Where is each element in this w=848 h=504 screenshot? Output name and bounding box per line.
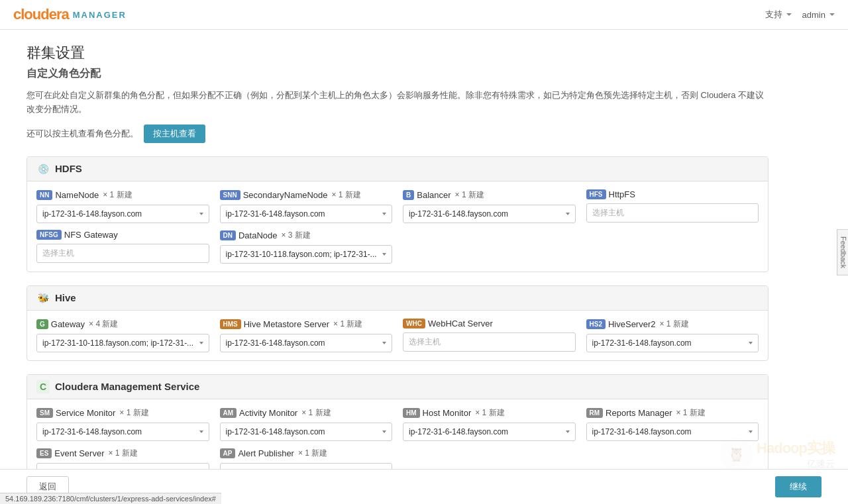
service-monitor-host-value: ip-172-31-6-148.fayson.com — [42, 427, 197, 436]
hive-gateway-host-select[interactable]: ip-172-31-10-118.fayson.com; ip-172-31-.… — [36, 334, 209, 352]
activity-monitor-header: AM Activity Monitor × 1 新建 — [220, 407, 393, 419]
host-monitor-count: × 1 新建 — [475, 407, 504, 419]
hive-section: 🐝 Hive G Gateway × 4 新建 ip-172-31-10-118… — [26, 285, 768, 361]
hive-role-grid: G Gateway × 4 新建 ip-172-31-10-118.fayson… — [36, 319, 759, 352]
host-view-row: 还可以按主机查看角色分配。 按主机查看 — [26, 125, 768, 143]
reports-manager-label: Reports Manager — [606, 408, 672, 418]
host-monitor-label: Host Monitor — [423, 408, 472, 418]
httpfs-badge: HFS — [586, 189, 606, 199]
namenode-header: NN NameNode × 1 新建 — [36, 189, 209, 201]
hive-metastore-role: HMS Hive Metastore Server × 1 新建 ip-172-… — [220, 319, 393, 352]
activity-monitor-dropdown-icon — [382, 430, 386, 433]
datanode-host-value: ip-172-31-10-118.fayson.com; ip-172-31-.… — [226, 250, 380, 259]
event-server-badge: ES — [36, 448, 52, 458]
hiveserver2-dropdown-icon — [749, 342, 753, 344]
host-view-text: 还可以按主机查看角色分配。 — [26, 128, 138, 140]
support-menu[interactable]: 支持 — [765, 9, 792, 21]
reports-manager-host-select[interactable]: ip-172-31-6-148.fayson.com — [586, 423, 759, 441]
reports-manager-badge: RM — [586, 408, 604, 418]
host-monitor-header: HM Host Monitor × 1 新建 — [403, 407, 576, 419]
balancer-label: Balancer — [417, 190, 450, 200]
alert-publisher-header: AP Alert Publisher × 1 新建 — [220, 448, 393, 459]
namenode-label: NameNode — [55, 190, 99, 200]
service-monitor-host-select[interactable]: ip-172-31-6-148.fayson.com — [36, 423, 209, 441]
webhcat-host-select[interactable]: 选择主机 — [403, 332, 576, 352]
nfs-gateway-placeholder: 选择主机 — [42, 248, 203, 259]
activity-monitor-host-select[interactable]: ip-172-31-6-148.fayson.com — [220, 423, 393, 441]
host-view-button[interactable]: 按主机查看 — [144, 125, 205, 143]
header-nav: 支持 admin — [765, 9, 835, 21]
hive-metastore-header: HMS Hive Metastore Server × 1 新建 — [220, 319, 393, 330]
activity-monitor-count: × 1 新建 — [301, 407, 331, 419]
webhcat-badge: WHC — [403, 319, 425, 328]
namenode-dropdown-icon — [199, 213, 203, 215]
hive-metastore-dropdown-icon — [382, 342, 386, 344]
datanode-host-select[interactable]: ip-172-31-10-118.fayson.com; ip-172-31-.… — [220, 245, 393, 264]
webhcat-placeholder: 选择主机 — [409, 336, 570, 348]
datanode-count: × 3 新建 — [282, 230, 311, 241]
httpfs-host-select[interactable]: 选择主机 — [586, 203, 759, 223]
cms-icon: C — [36, 380, 50, 393]
secondary-namenode-badge: SNN — [220, 190, 240, 200]
hive-metastore-host-select[interactable]: ip-172-31-6-148.fayson.com — [220, 334, 393, 352]
cms-section-header: C Cloudera Management Service — [27, 375, 768, 399]
hiveserver2-host-select[interactable]: ip-172-31-6-148.fayson.com — [586, 334, 759, 352]
secondary-namenode-role: SNN SecondaryNameNode × 1 新建 ip-172-31-6… — [220, 189, 393, 223]
nfs-gateway-label: NFS Gateway — [64, 230, 118, 240]
hive-gateway-dropdown-icon — [199, 342, 203, 344]
webhcat-header: WHC WebHCat Server — [403, 319, 576, 328]
hdfs-section-body: NN NameNode × 1 新建 ip-172-31-6-148.fayso… — [27, 181, 768, 272]
hive-gateway-label: Gateway — [51, 319, 85, 329]
secondary-namenode-host-select[interactable]: ip-172-31-6-148.fayson.com — [220, 205, 393, 223]
admin-menu[interactable]: admin — [802, 10, 835, 20]
reports-manager-dropdown-icon — [749, 430, 753, 433]
namenode-host-value: ip-172-31-6-148.fayson.com — [42, 209, 197, 219]
balancer-dropdown-icon — [566, 213, 570, 215]
hdfs-role-grid: NN NameNode × 1 新建 ip-172-31-6-148.fayso… — [36, 189, 759, 264]
hive-metastore-count: × 1 新建 — [333, 319, 362, 330]
hive-gateway-header: G Gateway × 4 新建 — [36, 319, 209, 330]
secondary-namenode-label: SecondaryNameNode — [243, 190, 328, 200]
secondary-namenode-host-value: ip-172-31-6-148.fayson.com — [226, 209, 380, 219]
hdfs-section-header: 💿 HDFS — [27, 157, 768, 181]
event-server-header: ES Event Server × 1 新建 — [36, 448, 209, 459]
description-text: 您可在此处自定义新群集的角色分配，但如果分配不正确（例如，分配到某个主机上的角色… — [26, 89, 768, 117]
header: cloudera MANAGER 支持 admin — [0, 0, 848, 30]
activity-monitor-host-value: ip-172-31-6-148.fayson.com — [226, 427, 380, 436]
host-monitor-host-select[interactable]: ip-172-31-6-148.fayson.com — [403, 423, 576, 441]
hdfs-title: HDFS — [55, 163, 82, 174]
namenode-host-select[interactable]: ip-172-31-6-148.fayson.com — [36, 205, 209, 223]
url-bar: 54.169.189.236:7180/cmf/clusters/1/expre… — [0, 493, 221, 504]
service-monitor-label: Service Monitor — [56, 408, 115, 418]
activity-monitor-label: Activity Monitor — [239, 408, 297, 418]
balancer-role: B Balancer × 1 新建 ip-172-31-6-148.fayson… — [403, 189, 576, 223]
httpfs-role: HFS HttpFS 选择主机 — [586, 189, 759, 223]
secondary-namenode-header: SNN SecondaryNameNode × 1 新建 — [220, 189, 393, 201]
logo-cloudera-text: cloudera — [13, 6, 69, 23]
continue-button[interactable]: 继续 — [775, 476, 822, 497]
reports-manager-role: RM Reports Manager × 1 新建 ip-172-31-6-14… — [586, 407, 759, 441]
service-monitor-dropdown-icon — [199, 430, 203, 433]
httpfs-placeholder: 选择主机 — [592, 207, 753, 219]
hive-metastore-host-value: ip-172-31-6-148.fayson.com — [226, 338, 380, 348]
namenode-count: × 1 新建 — [103, 189, 132, 201]
hive-gateway-badge: G — [36, 319, 48, 329]
nfs-gateway-host-select[interactable]: 选择主机 — [36, 244, 209, 263]
hive-icon: 🐝 — [36, 291, 50, 305]
balancer-badge: B — [403, 190, 414, 200]
hive-section-header: 🐝 Hive — [27, 286, 768, 311]
cms-title: Cloudera Management Service — [55, 381, 199, 392]
admin-caret-icon — [829, 13, 835, 16]
balancer-host-select[interactable]: ip-172-31-6-148.fayson.com — [403, 205, 576, 223]
hiveserver2-label: HiveServer2 — [608, 319, 656, 329]
hive-metastore-badge: HMS — [220, 319, 241, 329]
namenode-badge: NN — [36, 190, 52, 200]
activity-monitor-role: AM Activity Monitor × 1 新建 ip-172-31-6-1… — [220, 407, 393, 441]
event-server-count: × 1 新建 — [109, 448, 138, 459]
logo-manager-text: MANAGER — [73, 10, 127, 20]
url-text: 54.169.189.236:7180/cmf/clusters/1/expre… — [5, 495, 216, 503]
service-monitor-role: SM Service Monitor × 1 新建 ip-172-31-6-14… — [36, 407, 209, 441]
reports-manager-header: RM Reports Manager × 1 新建 — [586, 407, 759, 419]
page-subtitle: 自定义角色分配 — [26, 67, 768, 81]
feedback-tab[interactable]: Feedback — [837, 228, 848, 275]
